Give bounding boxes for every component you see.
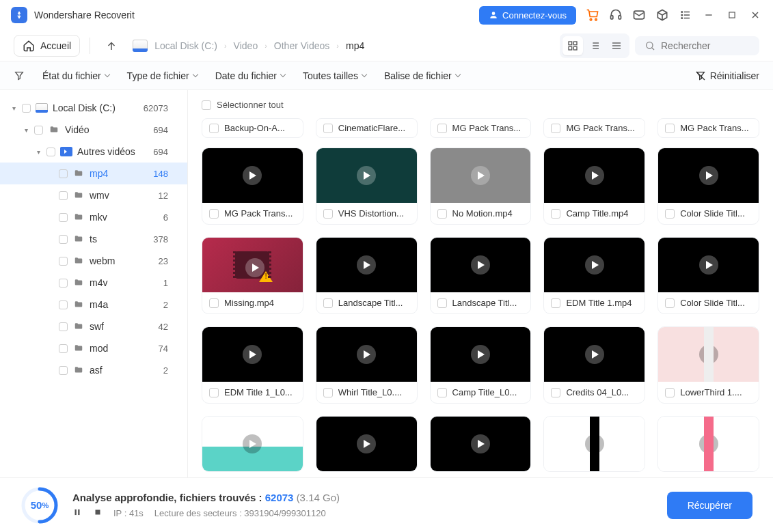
thumbnail[interactable] (658, 238, 759, 292)
tree-item-local-disk-c-[interactable]: ▾Local Disk (C:)62073 (0, 97, 187, 119)
filter-type[interactable]: Type de fichier (127, 70, 198, 81)
tree-item-vid-o[interactable]: ▾Vidéo694 (0, 119, 187, 141)
view-detail-icon[interactable] (606, 36, 627, 55)
checkbox[interactable] (209, 209, 219, 219)
file-card[interactable]: Landscape Titl... (316, 237, 418, 314)
filter-tag[interactable]: Balise de fichier (384, 70, 460, 81)
filter-date[interactable]: Date du fichier (215, 70, 285, 81)
file-card[interactable]: VHS Distortion... (316, 148, 418, 225)
file-card[interactable]: Credits 04_L0... (543, 326, 645, 404)
checkbox[interactable] (437, 209, 447, 219)
thumbnail[interactable] (658, 148, 759, 203)
cart-icon[interactable] (586, 8, 599, 22)
breadcrumb-item[interactable]: Other Videos (274, 40, 329, 51)
thumbnail[interactable] (316, 417, 417, 471)
view-grid-icon[interactable] (562, 36, 583, 55)
checkbox[interactable] (59, 300, 68, 309)
thumbnail[interactable] (544, 148, 645, 203)
file-card[interactable]: Whirl Title_L0.... (316, 326, 418, 404)
headset-icon[interactable] (609, 8, 623, 22)
file-card[interactable]: MG Pack Trans... (202, 148, 303, 225)
thumbnail[interactable] (658, 417, 759, 471)
thumbnail[interactable] (202, 238, 303, 292)
file-card[interactable] (202, 416, 303, 472)
stop-button[interactable] (93, 507, 103, 519)
search-input[interactable] (661, 40, 750, 51)
thumbnail[interactable] (658, 327, 759, 382)
checkbox[interactable] (323, 209, 333, 219)
checkbox[interactable] (22, 104, 31, 113)
checkbox[interactable] (323, 124, 333, 133)
checkbox[interactable] (46, 148, 55, 156)
thumbnail[interactable] (544, 238, 645, 292)
reset-button[interactable]: Réinitialiser (695, 70, 759, 81)
breadcrumb-item[interactable]: mp4 (346, 40, 364, 51)
tree-item-asf[interactable]: asf2 (0, 359, 187, 381)
checkbox[interactable] (551, 124, 560, 133)
thumbnail[interactable] (202, 417, 303, 471)
file-card[interactable]: Color Slide Titl... (657, 148, 759, 225)
file-card[interactable]: EDM Title 1_L0... (202, 326, 303, 404)
checkbox[interactable] (209, 298, 219, 308)
checkbox[interactable] (34, 126, 43, 135)
file-card[interactable]: Backup-On-A... (202, 118, 303, 138)
thumbnail[interactable] (431, 327, 531, 382)
file-card[interactable]: Missing.mp4 (202, 237, 303, 314)
minimize-icon[interactable] (702, 8, 716, 22)
checkbox[interactable] (665, 209, 675, 219)
file-card[interactable]: MG Pack Trans... (430, 118, 532, 138)
file-card[interactable] (657, 416, 759, 472)
checkbox[interactable] (551, 209, 560, 219)
thumbnail[interactable] (202, 148, 303, 203)
tree-item-ts[interactable]: ts378 (0, 228, 187, 250)
checkbox[interactable] (437, 124, 447, 133)
breadcrumb-item[interactable]: Local Disk (C:) (154, 40, 217, 51)
file-card[interactable]: CinematicFlare... (316, 118, 418, 138)
thumbnail[interactable] (316, 148, 417, 203)
recover-button[interactable]: Récupérer (667, 492, 752, 519)
thumbnail[interactable] (431, 148, 531, 203)
tree-item-autres-vid-os[interactable]: ▾Autres vidéos694 (0, 141, 187, 163)
tree-item-m4v[interactable]: m4v1 (0, 272, 187, 294)
file-card[interactable]: Landscape Titl... (430, 237, 532, 314)
thumbnail[interactable] (316, 238, 417, 292)
thumbnail[interactable] (316, 327, 417, 382)
file-card[interactable] (543, 416, 645, 472)
checkbox[interactable] (665, 388, 675, 397)
tree-item-wmv[interactable]: wmv12 (0, 184, 187, 206)
file-card[interactable]: Camp Title_L0... (430, 326, 532, 404)
maximize-icon[interactable] (725, 8, 739, 22)
thumbnail[interactable] (202, 327, 303, 382)
tree-item-swf[interactable]: swf42 (0, 316, 187, 337)
checkbox[interactable] (59, 344, 68, 353)
thumbnail[interactable] (431, 417, 531, 471)
filter-state[interactable]: État du fichier (42, 70, 109, 81)
checkbox[interactable] (59, 191, 68, 200)
thumbnail[interactable] (544, 327, 645, 382)
thumbnail[interactable] (431, 238, 531, 292)
file-card[interactable]: EDM Title 1.mp4 (543, 237, 645, 314)
checkbox[interactable] (551, 298, 560, 308)
search-box[interactable] (635, 36, 759, 55)
home-button[interactable]: Accueil (14, 35, 80, 57)
checkbox[interactable] (59, 366, 68, 375)
up-button[interactable] (100, 34, 123, 57)
file-card[interactable] (316, 416, 418, 472)
file-card[interactable]: No Motion.mp4 (430, 148, 532, 225)
menu-icon[interactable] (679, 8, 692, 22)
file-card[interactable]: Color Slide Titl... (657, 237, 759, 314)
mail-icon[interactable] (632, 8, 646, 22)
filter-size[interactable]: Toutes tailles (303, 70, 366, 81)
checkbox[interactable] (59, 169, 68, 178)
checkbox[interactable] (323, 388, 333, 397)
connect-button[interactable]: Connectez-vous (479, 6, 576, 25)
checkbox[interactable] (551, 388, 560, 397)
close-icon[interactable] (748, 8, 762, 22)
checkbox[interactable] (437, 298, 447, 308)
checkbox[interactable] (59, 322, 68, 331)
checkbox[interactable] (59, 279, 68, 288)
tree-item-mod[interactable]: mod74 (0, 337, 187, 359)
file-card[interactable]: MG Pack Trans... (543, 118, 645, 138)
file-card[interactable]: LowerThird 1.... (657, 326, 759, 404)
checkbox[interactable] (59, 257, 68, 266)
